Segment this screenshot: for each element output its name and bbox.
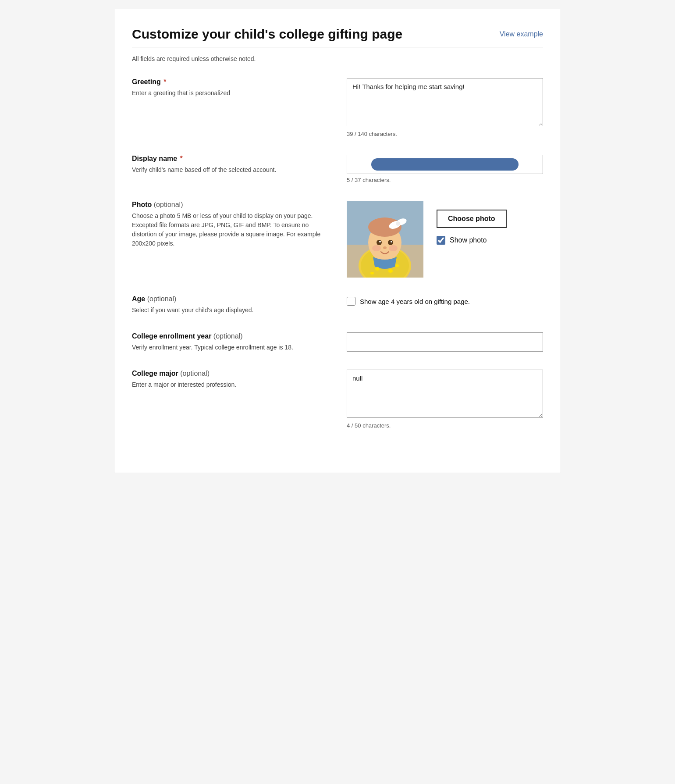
photo-label-col: Photo (optional) Choose a photo 5 MB or … [132, 201, 347, 248]
age-check-label[interactable]: Show age 4 years old on gifting page. [360, 298, 470, 305]
age-label-col: Age (optional) Select if you want your c… [132, 295, 347, 315]
college-major-textarea[interactable]: null [347, 370, 543, 418]
college-major-input-col: null 4 / 50 characters. [347, 370, 543, 429]
photo-label: Photo (optional) [132, 201, 334, 209]
enrollment-year-label: College enrollment year (optional) [132, 332, 334, 340]
show-photo-checkbox[interactable] [437, 236, 445, 245]
greeting-input-col: Hi! Thanks for helping me start saving! … [347, 78, 543, 137]
display-name-input-col: 5 / 37 characters. [347, 155, 543, 183]
baby-photo-svg [347, 201, 423, 278]
enrollment-year-row: College enrollment year (optional) Verif… [132, 332, 543, 352]
college-major-label: College major (optional) [132, 370, 334, 378]
svg-point-20 [370, 272, 374, 274]
college-major-char-count: 4 / 50 characters. [347, 422, 543, 429]
choose-photo-button[interactable]: Choose photo [437, 210, 507, 228]
photo-section: Choose photo Show photo [347, 201, 543, 278]
page-container: Customize your child's college gifting p… [114, 9, 561, 473]
photo-actions: Choose photo Show photo [437, 201, 507, 245]
svg-point-10 [377, 240, 382, 245]
enrollment-year-input-col [347, 332, 543, 352]
greeting-label: Greeting * [132, 78, 334, 86]
display-name-input[interactable] [347, 155, 543, 174]
svg-point-13 [391, 241, 392, 242]
display-name-char-count: 5 / 37 characters. [347, 177, 543, 183]
age-input-col: Show age 4 years old on gifting page. [347, 295, 543, 306]
show-photo-row: Show photo [437, 236, 507, 245]
age-row: Age (optional) Select if you want your c… [132, 295, 543, 315]
svg-point-17 [375, 267, 380, 271]
college-major-row: College major (optional) Enter a major o… [132, 370, 543, 429]
header-divider [132, 47, 543, 47]
page-header: Customize your child's college gifting p… [132, 27, 543, 42]
photo-description: Choose a photo 5 MB or less of your chil… [132, 211, 334, 248]
age-checkbox[interactable] [347, 297, 355, 306]
college-major-label-col: College major (optional) Enter a major o… [132, 370, 347, 389]
photo-preview [347, 201, 423, 278]
required-note: All fields are required unless otherwise… [132, 55, 543, 62]
greeting-required-star: * [162, 78, 167, 86]
greeting-row: Greeting * Enter a greeting that is pers… [132, 78, 543, 137]
svg-point-9 [396, 221, 400, 226]
display-name-row: Display name * Verify child's name based… [132, 155, 543, 183]
age-description: Select if you want your child's age disp… [132, 306, 334, 315]
college-major-description: Enter a major or interested profession. [132, 380, 334, 389]
enrollment-year-input[interactable] [347, 332, 543, 352]
svg-point-18 [388, 269, 393, 273]
svg-point-14 [383, 246, 387, 249]
greeting-label-col: Greeting * Enter a greeting that is pers… [132, 78, 347, 98]
enrollment-year-label-col: College enrollment year (optional) Verif… [132, 332, 347, 352]
view-example-link[interactable]: View example [500, 30, 543, 38]
greeting-char-count: 39 / 140 characters. [347, 131, 543, 137]
page-title: Customize your child's college gifting p… [132, 27, 402, 42]
age-label: Age (optional) [132, 295, 334, 303]
display-name-description: Verify child's name based off of the sel… [132, 165, 334, 175]
photo-row: Photo (optional) Choose a photo 5 MB or … [132, 201, 543, 278]
svg-point-16 [389, 245, 398, 251]
enrollment-year-description: Verify enrollment year. Typical college … [132, 343, 334, 352]
display-name-wrapper [347, 155, 543, 174]
svg-point-12 [379, 241, 381, 242]
svg-point-11 [388, 240, 393, 245]
show-photo-label[interactable]: Show photo [450, 236, 487, 244]
svg-point-19 [395, 264, 399, 267]
svg-point-15 [372, 245, 381, 251]
photo-input-col: Choose photo Show photo [347, 201, 543, 278]
display-name-label: Display name * [132, 155, 334, 163]
greeting-textarea[interactable]: Hi! Thanks for helping me start saving! [347, 78, 543, 126]
display-name-label-col: Display name * Verify child's name based… [132, 155, 347, 175]
age-check-row: Show age 4 years old on gifting page. [347, 297, 543, 306]
display-name-required-star: * [178, 155, 183, 162]
greeting-description: Enter a greeting that is personalized [132, 89, 334, 98]
